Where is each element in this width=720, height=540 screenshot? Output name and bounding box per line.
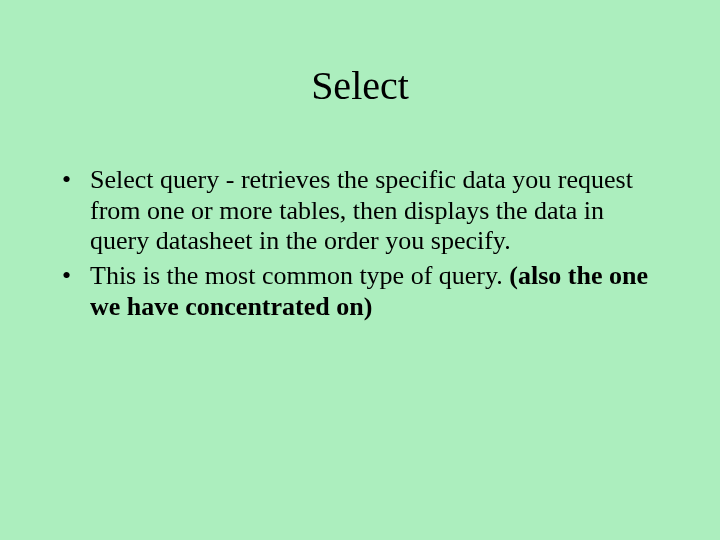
bullet-text: Select query - retrieves the specific da… (90, 165, 633, 255)
list-item: Select query - retrieves the specific da… (62, 165, 660, 257)
bullet-text: This is the most common type of query. (90, 261, 509, 290)
slide-body: Select query - retrieves the specific da… (62, 165, 660, 326)
slide: Select Select query - retrieves the spec… (0, 0, 720, 540)
list-item: This is the most common type of query. (… (62, 261, 660, 322)
slide-title: Select (0, 62, 720, 109)
bullet-list: Select query - retrieves the specific da… (62, 165, 660, 322)
